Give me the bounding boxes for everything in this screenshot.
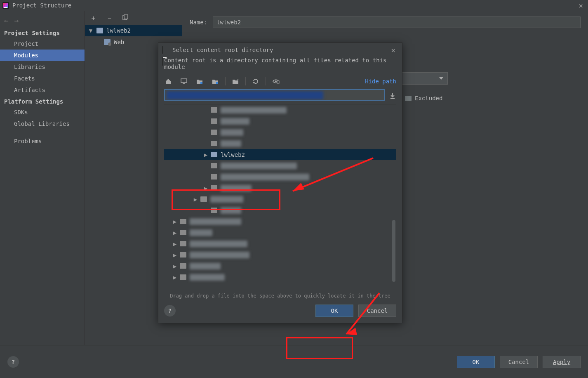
expand-icon[interactable]: ▶ <box>172 263 177 269</box>
folder-icon <box>211 141 217 146</box>
folder-icon <box>180 230 186 235</box>
tree-row[interactable]: ▶ <box>164 227 396 238</box>
redacted-label <box>190 252 249 258</box>
new-folder-icon[interactable]: + <box>231 78 240 85</box>
sidebar-item-project[interactable]: Project <box>0 38 85 50</box>
annotation-arrow-folder <box>280 154 379 199</box>
svg-point-7 <box>275 80 277 82</box>
remove-module-icon[interactable]: － <box>106 13 113 23</box>
svg-line-12 <box>346 293 379 334</box>
redacted-label <box>190 274 225 281</box>
excluded-folder-row[interactable]: Excluded <box>405 95 442 102</box>
project-dir-icon[interactable] <box>195 78 204 85</box>
intellij-icon <box>162 47 169 53</box>
sidebar-item-artifacts[interactable]: Artifacts <box>0 84 85 96</box>
sidebar-item-libraries[interactable]: Libraries <box>0 61 85 73</box>
modal-help-button[interactable]: ? <box>164 305 176 317</box>
folder-icon <box>180 241 186 246</box>
module-name-field: Name: <box>190 17 581 28</box>
excluded-folder-icon <box>405 96 412 101</box>
tree-row[interactable] <box>164 104 396 116</box>
tree-row[interactable] <box>164 127 396 138</box>
web-facet-icon <box>104 39 111 45</box>
folder-icon <box>180 252 186 258</box>
folder-icon <box>180 219 186 224</box>
expand-icon[interactable]: ▼ <box>88 27 93 34</box>
svg-rect-9 <box>390 98 395 99</box>
svg-line-10 <box>293 158 373 191</box>
module-root-row[interactable]: ▼ lwlweb2 <box>85 25 182 36</box>
sidebar-item-sdks[interactable]: SDKs <box>0 106 85 118</box>
expand-icon[interactable]: ▶ <box>172 252 177 258</box>
folder-icon <box>180 263 186 269</box>
tree-row[interactable]: ▶ <box>164 238 396 249</box>
tree-row[interactable]: ▶ <box>164 216 396 227</box>
path-input[interactable] <box>164 89 385 101</box>
folder-label: lwlweb2 <box>221 151 245 158</box>
expand-icon[interactable]: ▶ <box>203 151 208 158</box>
platform-settings-heading: Platform Settings <box>0 96 85 106</box>
tree-row[interactable]: ▶ <box>164 272 396 283</box>
redacted-label <box>221 107 287 113</box>
home-icon[interactable] <box>164 78 172 85</box>
modal-close-icon[interactable]: × <box>388 46 398 54</box>
annotation-highlight-folder <box>172 189 280 210</box>
module-name-input[interactable] <box>213 17 581 28</box>
sidebar-item-modules[interactable]: Modules <box>0 50 85 61</box>
redacted-label <box>190 241 247 247</box>
sidebar-item-facets[interactable]: Facets <box>0 73 85 84</box>
desktop-icon[interactable] <box>180 78 188 85</box>
cancel-button[interactable]: Cancel <box>500 356 538 368</box>
refresh-icon[interactable] <box>252 78 260 85</box>
add-module-icon[interactable]: ＋ <box>90 13 97 23</box>
module-root-label: lwlweb2 <box>106 27 131 34</box>
modal-subtitle: Content root is a directory containing a… <box>158 57 402 73</box>
nav-back-icon[interactable]: ← <box>4 16 9 25</box>
hide-path-link[interactable]: Hide path <box>365 78 396 85</box>
copy-module-icon[interactable] <box>122 14 129 21</box>
folder-icon <box>211 118 217 124</box>
close-icon[interactable]: × <box>576 1 586 10</box>
scroll-to-selection-icon[interactable] <box>389 90 396 99</box>
nav-history: ← → <box>0 13 85 27</box>
svg-marker-11 <box>293 183 304 191</box>
path-input-row <box>158 89 402 104</box>
help-button[interactable]: ? <box>7 356 19 368</box>
svg-rect-8 <box>277 81 279 83</box>
show-hidden-icon[interactable] <box>272 78 280 85</box>
intellij-icon <box>2 2 9 9</box>
tree-row[interactable]: ▶ <box>164 260 396 272</box>
redacted-label <box>221 118 249 125</box>
tree-row[interactable] <box>164 138 396 149</box>
expand-icon[interactable]: ▶ <box>172 241 177 247</box>
nav-forward-icon[interactable]: → <box>14 16 19 25</box>
excluded-label: Excluded <box>415 95 442 102</box>
modal-toolbar: + Hide path <box>158 73 402 89</box>
module-dir-icon[interactable] <box>211 78 219 85</box>
folder-icon <box>211 107 217 113</box>
window-titlebar: Project Structure × <box>0 0 588 11</box>
redacted-label <box>221 129 243 136</box>
folder-icon <box>211 163 217 168</box>
redacted-label <box>190 229 212 236</box>
tree-row[interactable]: ▶ <box>164 249 396 260</box>
expand-icon[interactable]: ▶ <box>172 274 177 281</box>
sidebar-item-problems[interactable]: Problems <box>0 135 85 147</box>
redacted-label <box>221 140 241 147</box>
modal-title-text: Select content root directory <box>172 47 273 53</box>
tree-row[interactable] <box>164 116 396 127</box>
svg-rect-5 <box>216 82 218 84</box>
apply-button[interactable]: Apply <box>543 356 581 368</box>
module-tree-toolbar: ＋ － <box>85 11 182 25</box>
folder-icon <box>180 274 186 280</box>
sidebar-item-global-libraries[interactable]: Global Libraries <box>0 118 85 130</box>
project-settings-heading: Project Settings <box>0 27 85 38</box>
redacted-label <box>190 263 221 269</box>
expand-icon[interactable]: ▶ <box>172 218 177 225</box>
folder-icon <box>211 174 217 180</box>
expand-icon[interactable]: ▶ <box>172 229 177 236</box>
file-tree-scrollbar[interactable] <box>392 220 395 282</box>
ok-button[interactable]: OK <box>457 356 495 368</box>
name-label: Name: <box>190 19 207 26</box>
module-child-label: Web <box>114 39 124 45</box>
